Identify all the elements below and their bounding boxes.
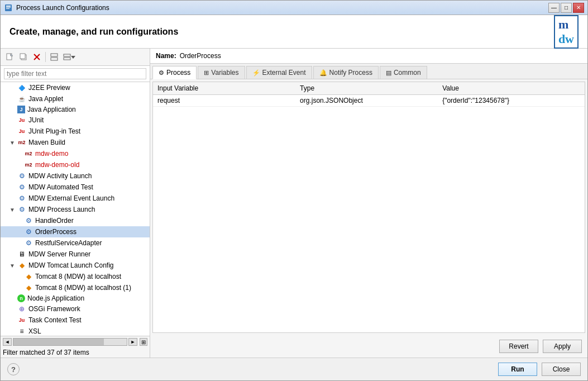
cell-variable: request [153,95,295,107]
tree-item-j2ee[interactable]: 🔷 J2EE Preview [1,82,150,93]
tree-label-order-process: OrderProcess [35,228,77,236]
new-config-button[interactable] [4,51,16,63]
svg-rect-2 [6,7,11,8]
collapse-button[interactable] [48,51,60,63]
server-runner-icon: 🖥 [17,250,26,259]
tree-item-tomcat-config[interactable]: ▼ ◆ MDW Tomcat Launch Config [1,260,150,271]
tree-item-task-context[interactable]: Ju Task Context Test [1,315,150,326]
scroll-right-button[interactable]: ► [128,338,137,346]
tree-item-mdw-ext-event[interactable]: ⚙ MDW External Event Launch [1,193,150,204]
expand-dropdown-button[interactable] [61,51,77,63]
tree-label-mdw-demo: mdw-demo [35,150,68,158]
tree-item-mdw-process[interactable]: ▼ ⚙ MDW Process Launch [1,204,150,215]
mdw-demo-old-icon: m2 [24,160,33,169]
maximize-button[interactable]: □ [561,3,572,13]
apply-button[interactable]: Apply [543,340,582,353]
tree-item-java-app[interactable]: J Java Application [1,104,150,115]
tomcat-config-icon: ◆ [17,261,26,270]
tree-list: 🔷 J2EE Preview ☕ Java Applet J Java Appl… [1,82,150,336]
tab-notify-process[interactable]: 🔔 Notify Process [313,66,379,79]
header-area: Create, manage, and run configurations m… [1,15,587,49]
mdw-process-icon: ⚙ [17,205,26,214]
tree-item-java-applet[interactable]: ☕ Java Applet [1,93,150,104]
tab-external-event[interactable]: ⚡ External Event [246,66,312,79]
tree-item-junit-plugin[interactable]: Ju JUnit Plug-in Test [1,126,150,137]
bottom-buttons: Revert Apply [150,335,587,358]
tree-label-nodejs: Node.js Application [27,294,84,302]
notify-tab-icon: 🔔 [319,69,327,77]
tree-item-server-runner[interactable]: 🖥 MDW Server Runner [1,249,150,260]
tree-item-tomcat8-1[interactable]: ◆ Tomcat 8 (MDW) at localhost [1,271,150,282]
tree-item-osgi[interactable]: ⊕ OSGi Framework [1,303,150,315]
svg-marker-16 [71,56,75,59]
tab-process-label: Process [166,69,190,77]
tree-item-maven[interactable]: ▼ m2 Maven Build [1,137,150,148]
main-window: Process Launch Configurations — □ ✕ Crea… [0,0,588,381]
tree-item-mdw-auto-test[interactable]: ⚙ MDW Automated Test [1,182,150,193]
corner-button[interactable]: ⊞ [140,338,147,346]
tree-item-xsl[interactable]: ≡ XSL [1,326,150,336]
tree-label-java-applet: Java Applet [28,95,63,103]
tree-item-order-process[interactable]: ⚙ OrderProcess [1,226,150,237]
osgi-icon: ⊕ [17,304,26,313]
tree-item-nodejs[interactable]: n Node.js Application [1,293,150,303]
delete-config-button[interactable] [31,51,43,63]
header-title: Create, manage, and run configurations [9,27,178,37]
tree-item-mdw-demo-old[interactable]: m2 mdw-demo-old [1,159,150,170]
logo-text-m: m [558,17,568,31]
scroll-thumb [13,339,104,345]
footer-buttons: Run Close [498,363,581,376]
common-tab-icon: ▤ [386,69,391,77]
tree-label-task-context: Task Context Test [28,316,82,324]
task-context-icon: Ju [17,316,26,325]
window-footer: ? Run Close [1,358,587,380]
j2ee-icon: 🔷 [17,83,26,92]
tab-common-label: Common [394,69,421,77]
filter-wrap [1,66,150,82]
duplicate-config-button[interactable] [17,51,30,63]
scroll-left-button[interactable]: ◄ [3,338,12,346]
col-header-type: Type [295,82,438,95]
tomcat8-1-icon: ◆ [24,272,33,281]
tree-label-junit-plugin: JUnit Plug-in Test [28,127,80,135]
ext-event-tab-icon: ⚡ [252,69,260,77]
tree-item-junit[interactable]: Ju JUnit [1,115,150,126]
tree-label-mdw-activity: MDW Activity Launch [28,172,92,180]
close-window-button[interactable]: ✕ [573,3,584,13]
minimize-button[interactable]: — [548,3,560,13]
svg-rect-9 [20,54,25,59]
right-panel: Name: OrderProcess ⚙ Process ⊞ Variables… [150,49,587,358]
name-bar: Name: OrderProcess [150,49,587,64]
java-app-icon: J [17,106,25,113]
left-panel-footer: ◄ ► ⊞ Filter matched 37 of 37 items [1,336,150,358]
tab-variables-label: Variables [211,69,238,77]
tree-label-mdw-ext-event: MDW External Event Launch [28,194,114,202]
variables-table: Input Variable Type Value request org.js… [153,82,585,107]
title-controls: — □ ✕ [548,3,584,13]
tree-label-restful: RestfulServiceAdapter [35,239,102,247]
junit-plugin-icon: Ju [17,127,26,136]
name-value: OrderProcess [180,52,221,60]
tab-process[interactable]: ⚙ Process [152,66,197,79]
run-button[interactable]: Run [498,363,537,376]
tree-item-mdw-activity[interactable]: ⚙ MDW Activity Launch [1,170,150,182]
tree-label-tomcat8-1: Tomcat 8 (MDW) at localhost [35,273,121,280]
filter-input[interactable] [4,68,146,79]
tree-item-handle-order[interactable]: ⚙ HandleOrder [1,215,150,226]
tree-item-restful[interactable]: ⚙ RestfulServiceAdapter [1,237,150,249]
window-title: Process Launch Configurations [16,4,109,12]
svg-rect-1 [6,6,11,7]
tree-label-j2ee: J2EE Preview [28,84,70,92]
help-button[interactable]: ? [7,363,20,375]
window-icon [4,3,13,12]
tree-label-xsl: XSL [28,327,41,335]
tab-variables[interactable]: ⊞ Variables [198,66,245,79]
tree-item-tomcat8-2[interactable]: ◆ Tomcat 8 (MDW) at localhost (1) [1,282,150,293]
revert-button[interactable]: Revert [499,340,538,353]
table-row[interactable]: request org.json.JSONObject {"orderId":"… [153,95,585,107]
logo-text-dw: dw [558,32,574,46]
tree-label-handle-order: HandleOrder [35,217,74,225]
tab-common[interactable]: ▤ Common [380,66,427,79]
close-button[interactable]: Close [542,363,581,376]
tree-item-mdw-demo[interactable]: m2 mdw-demo [1,148,150,159]
